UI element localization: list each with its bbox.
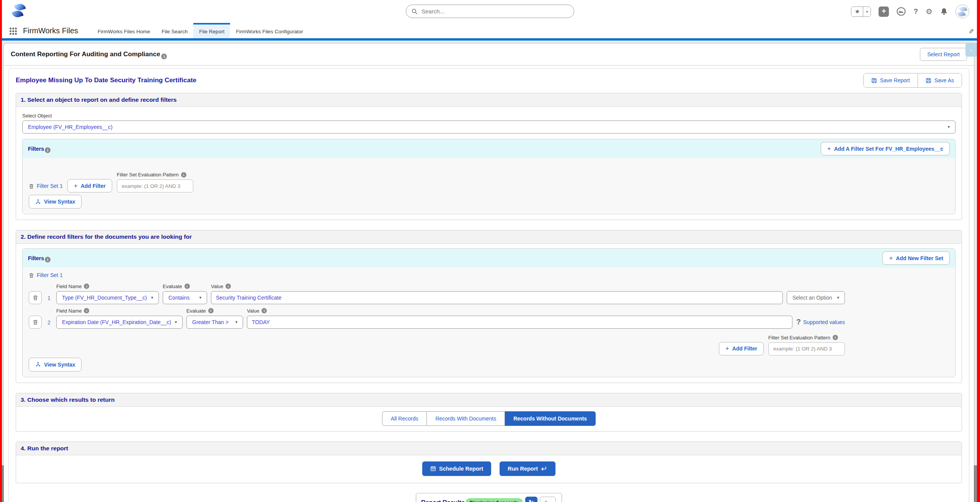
left-edge-strip bbox=[0, 0, 2, 502]
section-1-filters-header: Filters i + Add A Filter Set For FV_HR_E… bbox=[23, 139, 955, 158]
info-icon[interactable]: i bbox=[225, 284, 231, 289]
chevron-down-icon: ▼ bbox=[174, 320, 178, 324]
info-icon[interactable]: i bbox=[161, 54, 167, 59]
filter-row-2: 2 Field Name i Expiration Date (FV_HR_ bbox=[29, 308, 845, 329]
evaluate-label: Evaluate i bbox=[186, 308, 243, 314]
utility-bar: ★ ▾ + ? ⚙ bbox=[0, 0, 980, 23]
add-filter-button[interactable]: + Add Filter bbox=[67, 179, 112, 192]
section-2: 2. Define record filters for the documen… bbox=[16, 230, 962, 383]
tab-firmworks-files-configurator[interactable]: FirmWorks Files Configurator bbox=[230, 23, 309, 38]
save-button-group: Save Report Save As bbox=[863, 73, 962, 88]
collapse-panel-tab[interactable]: ‹ bbox=[965, 43, 977, 57]
value-input[interactable] bbox=[247, 316, 792, 329]
chevron-down-icon: ▼ bbox=[235, 320, 238, 324]
trash-icon[interactable] bbox=[29, 183, 34, 189]
evaluate-select[interactable]: Greater Than > ▼ bbox=[186, 316, 243, 329]
info-icon[interactable]: i bbox=[208, 308, 214, 313]
view-syntax-button[interactable]: View Syntax bbox=[29, 195, 82, 209]
favorites-caret-button[interactable]: ▾ bbox=[863, 7, 871, 16]
pattern-input[interactable] bbox=[117, 179, 193, 192]
results-option-all-records[interactable]: All Records bbox=[382, 411, 427, 426]
question-icon: ? bbox=[796, 318, 801, 326]
user-avatar[interactable] bbox=[956, 5, 969, 18]
section-4: 4. Run the report Schedule Report Run Re… bbox=[16, 442, 962, 483]
global-search[interactable] bbox=[406, 5, 574, 18]
results-option-records-without-documents[interactable]: Records Without Documents bbox=[505, 411, 596, 426]
info-icon[interactable]: i bbox=[261, 308, 267, 313]
run-report-button[interactable]: Run Report ↵ bbox=[500, 461, 555, 476]
info-icon[interactable]: i bbox=[185, 284, 190, 289]
section-2-filters-box: Filters i + Add New Filter Set bbox=[22, 248, 956, 377]
field-name-select[interactable]: Expiration Date (FV_HR_Expiration_Date__… bbox=[56, 316, 183, 329]
report-results-header: Report Results Displaying 0 records ↻ ▾ bbox=[416, 494, 561, 502]
select-object-label: Select Object bbox=[22, 113, 52, 119]
option-select[interactable]: Select an Option ▼ bbox=[787, 291, 845, 304]
row-delete-button[interactable] bbox=[29, 316, 42, 329]
field-name-label: Field Name i bbox=[56, 284, 159, 289]
section-4-title: 4. Run the report bbox=[16, 442, 962, 455]
star-icon: ★ bbox=[855, 8, 860, 15]
chevron-down-icon: ▼ bbox=[150, 296, 154, 300]
notifications-button[interactable] bbox=[940, 7, 948, 16]
field-name-select[interactable]: Type (FV_HR_Document_Type__c) ▼ bbox=[56, 291, 159, 304]
info-icon[interactable]: i bbox=[45, 257, 51, 262]
search-input[interactable] bbox=[421, 8, 568, 15]
pattern-input[interactable] bbox=[768, 342, 845, 355]
object-select[interactable]: Employee (FV_HR_Employees__c) ▼ bbox=[22, 121, 956, 134]
section-1-title: 1. Select an object to report on and def… bbox=[16, 93, 962, 107]
section-3-title: 3. Choose which results to return bbox=[16, 393, 962, 407]
evaluate-label: Evaluate i bbox=[163, 284, 207, 289]
add-filter-button[interactable]: + Add Filter bbox=[719, 342, 764, 355]
favorites-star-button[interactable]: ★ bbox=[851, 7, 863, 16]
caret-down-icon: ▾ bbox=[866, 10, 868, 14]
view-syntax-button[interactable]: View Syntax bbox=[29, 358, 82, 372]
schedule-report-button[interactable]: Schedule Report bbox=[422, 461, 491, 476]
filter-set-1-link[interactable]: Filter Set 1 bbox=[29, 183, 63, 189]
chevron-down-icon: ▼ bbox=[199, 296, 202, 300]
screen: ★ ▾ + ? ⚙ FirmWorks Files FirmWorks bbox=[0, 0, 980, 502]
info-icon[interactable]: i bbox=[45, 147, 51, 153]
results-option-group: All Records Records With Documents Recor… bbox=[16, 407, 962, 431]
plus-icon: + bbox=[725, 345, 729, 352]
add-filter-set-button[interactable]: + Add A Filter Set For FV_HR_Employees__… bbox=[821, 142, 950, 155]
setup-button[interactable]: ⚙ bbox=[926, 7, 933, 16]
quick-add-button[interactable]: + bbox=[879, 7, 889, 17]
trash-icon bbox=[33, 319, 38, 325]
row-delete-button[interactable] bbox=[29, 291, 42, 304]
info-icon[interactable]: i bbox=[833, 335, 838, 340]
supported-values-link[interactable]: ? Supported values bbox=[796, 318, 845, 326]
save-as-button[interactable]: Save As bbox=[918, 73, 962, 87]
trailhead-icon[interactable] bbox=[897, 7, 906, 16]
trash-icon[interactable] bbox=[29, 272, 34, 278]
info-icon[interactable]: i bbox=[84, 284, 89, 289]
row-number: 1 bbox=[46, 295, 52, 304]
section-2-pattern-cluster: + Add Filter Filter Set Evaluation Patte… bbox=[29, 335, 845, 355]
evaluate-select[interactable]: Contains ▼ bbox=[163, 291, 207, 304]
filters-label: Filters i bbox=[28, 255, 51, 261]
report-results-panel: Report Results Displaying 0 records ↻ ▾ bbox=[416, 493, 562, 502]
report-builder-card: Employee Missing Up To Date Security Tra… bbox=[8, 68, 969, 502]
info-icon[interactable]: i bbox=[84, 308, 89, 313]
content-card: Content Reporting For Auditing and Compl… bbox=[4, 44, 974, 502]
actions-menu-button[interactable]: ▾ bbox=[540, 497, 556, 502]
page-area: Content Reporting For Auditing and Compl… bbox=[0, 41, 980, 502]
results-option-records-with-documents[interactable]: Records With Documents bbox=[427, 411, 505, 426]
caret-down-icon: ▾ bbox=[550, 501, 552, 502]
filter-set-1-link[interactable]: Filter Set 1 bbox=[29, 272, 63, 278]
filter-rows: 1 Field Name i Type (FV_HR_Document_Ty bbox=[29, 284, 845, 355]
add-new-filter-set-button[interactable]: + Add New Filter Set bbox=[882, 251, 950, 265]
refresh-button[interactable]: ↻ bbox=[525, 497, 537, 502]
help-button[interactable]: ? bbox=[913, 7, 918, 16]
info-icon[interactable]: i bbox=[181, 172, 186, 178]
select-report-button[interactable]: Select Report bbox=[920, 48, 967, 61]
save-report-button[interactable]: Save Report bbox=[864, 73, 918, 87]
section-1-filters-box: Filters i + Add A Filter Set For FV_HR_E… bbox=[22, 139, 956, 214]
edit-page-pencil-icon[interactable]: ✎ bbox=[969, 28, 974, 36]
tab-file-report[interactable]: File Report bbox=[193, 23, 230, 38]
pattern-label: Filter Set Evaluation Pattern i bbox=[117, 172, 193, 178]
tab-firmworks-files-home[interactable]: FirmWorks Files Home bbox=[92, 23, 156, 38]
search-icon bbox=[412, 8, 418, 15]
tab-file-search[interactable]: File Search bbox=[156, 23, 193, 38]
value-input[interactable] bbox=[211, 291, 783, 304]
app-launcher-waffle-icon[interactable] bbox=[9, 27, 17, 35]
